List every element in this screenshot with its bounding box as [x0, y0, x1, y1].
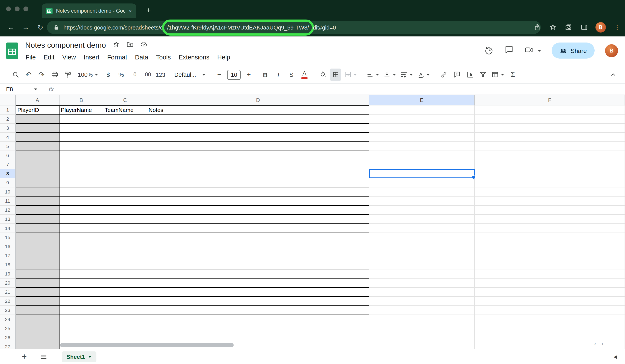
cell-D20[interactable] — [147, 279, 369, 288]
cell-C16[interactable] — [103, 242, 147, 251]
minimize-window-button[interactable] — [15, 6, 20, 11]
cell-E18[interactable] — [369, 260, 475, 269]
cell-E17[interactable] — [369, 251, 475, 260]
cell-F2[interactable] — [475, 114, 625, 124]
functions-button[interactable]: Σ — [507, 69, 519, 81]
cell-C24[interactable] — [103, 315, 147, 324]
cell-A14[interactable] — [16, 224, 60, 233]
menu-data[interactable]: Data — [131, 53, 152, 62]
cell-D2[interactable] — [147, 114, 369, 124]
column-header-F[interactable]: F — [475, 95, 625, 105]
cell-F25[interactable] — [475, 324, 625, 333]
cell-A4[interactable] — [16, 133, 60, 142]
cell-E5[interactable] — [369, 142, 475, 151]
cell-F5[interactable] — [475, 142, 625, 151]
cell-A22[interactable] — [16, 297, 60, 306]
cell-F18[interactable] — [475, 260, 625, 269]
cell-E19[interactable] — [369, 269, 475, 279]
redo-button[interactable]: ↷ — [36, 69, 47, 81]
cell-C8[interactable] — [103, 169, 147, 178]
cell-B7[interactable] — [60, 160, 103, 169]
cell-A20[interactable] — [16, 279, 60, 288]
cell-B22[interactable] — [60, 297, 103, 306]
zoom-window-button[interactable] — [24, 6, 28, 11]
cell-F21[interactable] — [475, 288, 625, 297]
cell-A11[interactable] — [16, 196, 60, 206]
cell-B16[interactable] — [60, 242, 103, 251]
row-header-3[interactable]: 3 — [0, 124, 16, 133]
menu-file[interactable]: File — [22, 53, 40, 62]
cell-D4[interactable] — [147, 133, 369, 142]
cell-E24[interactable] — [369, 315, 475, 324]
format-percent-button[interactable]: % — [115, 69, 127, 81]
reload-button[interactable]: ↻ — [34, 21, 47, 34]
cell-E27[interactable] — [369, 342, 475, 349]
menu-edit[interactable]: Edit — [40, 53, 59, 62]
row-header-1[interactable]: 1 — [0, 105, 16, 114]
text-wrap-button[interactable] — [399, 69, 414, 81]
column-header-D[interactable]: D — [147, 95, 369, 105]
cell-B26[interactable] — [60, 333, 103, 342]
row-header-10[interactable]: 10 — [0, 187, 16, 196]
row-header-12[interactable]: 12 — [0, 206, 16, 215]
row-header-14[interactable]: 14 — [0, 224, 16, 233]
row-header-5[interactable]: 5 — [0, 142, 16, 151]
cell-E23[interactable] — [369, 306, 475, 315]
cell-A1[interactable]: PlayerID — [16, 105, 60, 114]
cell-E11[interactable] — [369, 196, 475, 206]
merge-cells-button[interactable] — [343, 69, 358, 81]
cell-E26[interactable] — [369, 333, 475, 342]
column-header-A[interactable]: A — [16, 95, 60, 105]
close-tab-icon[interactable]: × — [129, 8, 132, 14]
extensions-puzzle-icon[interactable] — [564, 23, 573, 32]
bold-button[interactable]: B — [259, 69, 271, 81]
cell-B24[interactable] — [60, 315, 103, 324]
cell-F7[interactable] — [475, 160, 625, 169]
cell-D12[interactable] — [147, 206, 369, 215]
cell-C13[interactable] — [103, 215, 147, 224]
font-select[interactable]: Defaul... — [171, 69, 209, 81]
cell-B6[interactable] — [60, 151, 103, 160]
row-header-24[interactable]: 24 — [0, 315, 16, 324]
cell-E7[interactable] — [369, 160, 475, 169]
browser-avatar[interactable]: B — [595, 22, 606, 32]
cell-C19[interactable] — [103, 269, 147, 279]
cell-D8[interactable] — [147, 169, 369, 178]
cell-C2[interactable] — [103, 114, 147, 124]
increase-font-size-button[interactable]: + — [243, 69, 254, 81]
cell-C20[interactable] — [103, 279, 147, 288]
row-header-8[interactable]: 8 — [0, 169, 16, 178]
cell-F4[interactable] — [475, 133, 625, 142]
cell-B3[interactable] — [60, 124, 103, 133]
more-formats-button[interactable]: 123 — [155, 69, 166, 81]
cell-A2[interactable] — [16, 114, 60, 124]
vertical-align-button[interactable] — [382, 69, 397, 81]
cell-B14[interactable] — [60, 224, 103, 233]
cell-A19[interactable] — [16, 269, 60, 279]
cell-E9[interactable] — [369, 178, 475, 187]
menu-format[interactable]: Format — [103, 53, 131, 62]
address-bar[interactable]: https://docs.google.com/spreadsheets/d/1… — [47, 21, 541, 34]
share-page-icon[interactable] — [533, 23, 542, 32]
cell-E12[interactable] — [369, 206, 475, 215]
cell-D17[interactable] — [147, 251, 369, 260]
cell-C4[interactable] — [103, 133, 147, 142]
cell-D22[interactable] — [147, 297, 369, 306]
cell-F15[interactable] — [475, 233, 625, 242]
cell-F8[interactable] — [475, 169, 625, 178]
row-header-4[interactable]: 4 — [0, 133, 16, 142]
cell-E21[interactable] — [369, 288, 475, 297]
cell-A16[interactable] — [16, 242, 60, 251]
cell-A26[interactable] — [16, 333, 60, 342]
cell-B4[interactable] — [60, 133, 103, 142]
cell-A23[interactable] — [16, 306, 60, 315]
cell-F22[interactable] — [475, 297, 625, 306]
cell-C14[interactable] — [103, 224, 147, 233]
cell-F24[interactable] — [475, 315, 625, 324]
cell-D6[interactable] — [147, 151, 369, 160]
cell-F11[interactable] — [475, 196, 625, 206]
scroll-right-icon[interactable]: › — [601, 340, 603, 347]
back-button[interactable]: ← — [4, 21, 17, 34]
decrease-decimal-button[interactable]: .0 — [128, 69, 140, 81]
cell-E15[interactable] — [369, 233, 475, 242]
